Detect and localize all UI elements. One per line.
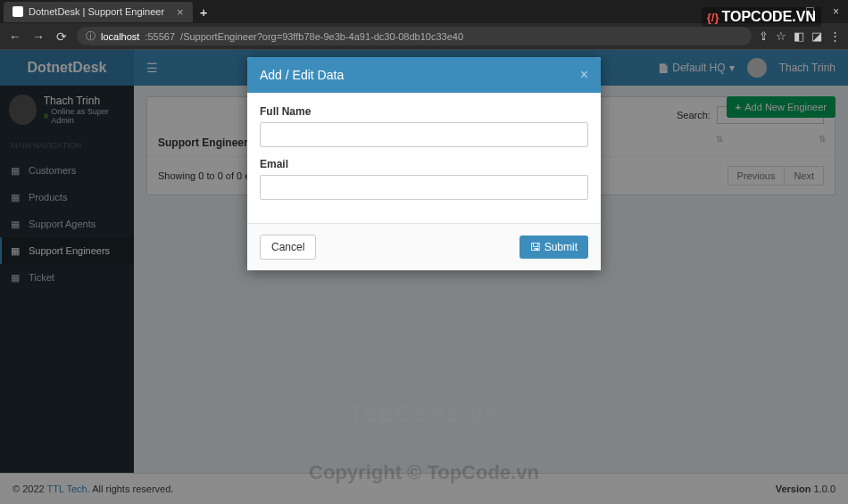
- nav-back-icon[interactable]: ←: [7, 29, 23, 44]
- save-icon: [530, 241, 541, 253]
- url-host: localhost: [101, 31, 139, 42]
- browser-tab[interactable]: DotnetDesk | Support Engineer ×: [4, 2, 193, 22]
- star-icon[interactable]: ☆: [776, 29, 786, 43]
- extension-icon-2[interactable]: ◪: [811, 29, 822, 43]
- tab-favicon: [12, 6, 23, 17]
- nav-reload-icon[interactable]: ⟳: [54, 29, 70, 44]
- tab-close-icon[interactable]: ×: [177, 5, 184, 19]
- modal-header: Add / Edit Data ×: [247, 57, 601, 93]
- share-icon[interactable]: ⇪: [759, 29, 769, 43]
- add-edit-modal: Add / Edit Data × Full Name Email Cancel…: [247, 57, 601, 270]
- fullname-input[interactable]: [260, 122, 588, 147]
- cancel-button[interactable]: Cancel: [260, 235, 316, 260]
- modal-title: Add / Edit Data: [260, 68, 344, 82]
- window-close-icon[interactable]: ×: [824, 3, 848, 21]
- nav-forward-icon[interactable]: →: [30, 29, 46, 44]
- url-port: :55567: [145, 31, 175, 42]
- modal-body: Full Name Email: [247, 93, 601, 223]
- browser-nav-bar: ← → ⟳ ⓘ localhost:55567/SupportEngineer?…: [0, 23, 848, 50]
- modal-footer: Cancel Submit: [247, 223, 601, 270]
- fullname-label: Full Name: [260, 105, 588, 118]
- email-label: Email: [260, 158, 588, 170]
- new-tab-button[interactable]: +: [200, 4, 208, 20]
- submit-button[interactable]: Submit: [520, 235, 588, 259]
- site-info-icon[interactable]: ⓘ: [86, 29, 96, 43]
- email-input[interactable]: [260, 175, 588, 200]
- browser-actions: ⇪ ☆ ◧ ◪ ⋮: [759, 29, 841, 43]
- tab-title: DotnetDesk | Support Engineer: [29, 6, 164, 17]
- app: DotnetDesk Default HQ ▾ Thach Trinh Thac…: [0, 50, 848, 504]
- topcode-logo-watermark: TOPCODE.VN: [702, 7, 821, 27]
- url-path: /SupportEngineer?org=93ffb78e-9e3b-4a91-…: [180, 31, 463, 42]
- address-bar[interactable]: ⓘ localhost:55567/SupportEngineer?org=93…: [77, 27, 752, 45]
- extension-icon[interactable]: ◧: [794, 29, 804, 43]
- modal-close-icon[interactable]: ×: [580, 67, 588, 83]
- menu-icon[interactable]: ⋮: [829, 29, 841, 43]
